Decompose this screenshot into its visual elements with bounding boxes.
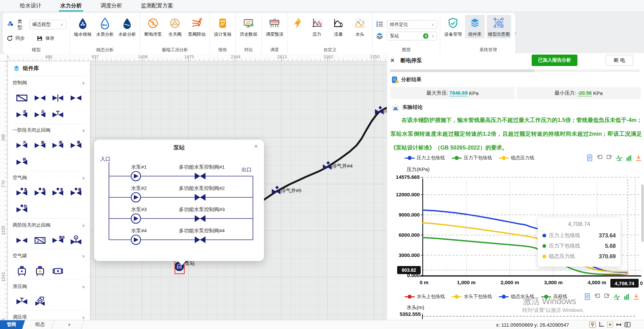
component-icon-bt-旋[interactable]: 旋 — [33, 140, 47, 151]
download-icon[interactable] — [633, 293, 640, 300]
download-icon[interactable] — [635, 154, 642, 162]
bar-toggle-icon[interactable] — [625, 154, 633, 162]
sidebar-section-header-空气阀[interactable]: 空气阀∨ — [13, 171, 85, 185]
panel-scroll-track[interactable] — [390, 69, 640, 72]
model-type-select[interactable]: 瞬态模型∨ — [30, 20, 67, 29]
zoom-prev-icon[interactable] — [594, 293, 601, 300]
component-icon-tank3[interactable] — [51, 266, 65, 276]
component-icon-boxs-液控[interactable]: 液控 — [33, 235, 47, 246]
tab-给水设计[interactable]: 给水设计 — [18, 0, 43, 11]
toolbar-item-压力[interactable]: 压力 — [307, 15, 327, 38]
component-icon-globe[interactable] — [33, 296, 47, 307]
component-icon-bt-液控[interactable]: 液控 — [51, 235, 65, 246]
layer-select-组件定位[interactable]: 组件定位∨ — [387, 20, 437, 29]
toolbar-item-调度预演[interactable]: 调度预演 — [264, 15, 285, 38]
location-icon[interactable] — [589, 321, 596, 328]
component-icon-motor[interactable]: M — [69, 235, 83, 246]
toolbar-item-水头[interactable]: 水头 — [350, 15, 370, 38]
layer-select-泵站[interactable]: 泵站0∨ — [387, 32, 437, 40]
legend-item-稳态压力线[interactable]: 稳态压力线 — [499, 155, 534, 161]
valve-icon[interactable] — [615, 321, 622, 328]
curve-toggle-icon[interactable] — [615, 154, 623, 162]
sync-button[interactable]: 同步 — [6, 35, 25, 42]
air-valve-marker[interactable]: 排气井#5 — [272, 186, 302, 194]
component-icon-air-复[interactable]: 复 — [51, 188, 65, 198]
component-icon-bt-升[interactable]: 升 — [15, 140, 29, 151]
toolbar-item-导出模型[interactable]: 导出模型 — [513, 15, 516, 38]
sidebar-section-header-一阶段关闭止回阀[interactable]: 一阶段关闭止回阀∨ — [13, 124, 85, 137]
component-icon-bt-蝶[interactable]: 蝶 — [69, 140, 83, 151]
report-doc-icon[interactable] — [586, 154, 594, 162]
component-icon-bt[interactable] — [69, 93, 83, 103]
legend-marker — [452, 156, 462, 160]
legend-item-水头上包络线[interactable]: 水头上包络线 — [405, 294, 445, 300]
sidebar-section-header-空气罐[interactable]: 空气罐∨ — [13, 249, 85, 263]
component-icon-air-微[interactable]: 微 — [69, 188, 83, 198]
power-off-button[interactable]: 断 电 — [606, 55, 633, 66]
bar-toggle-icon[interactable] — [623, 293, 630, 300]
toolbar-item-全关阀[interactable]: 全关阀 — [165, 15, 185, 38]
toolbar-item-设计复核[interactable]: 设计复核 — [213, 15, 233, 38]
zoom-next-icon[interactable] — [606, 154, 613, 162]
component-icon-btstem[interactable] — [51, 109, 65, 120]
toolbar-item-水龄分析[interactable]: 水龄分析 — [117, 15, 137, 38]
sidebar-section-header-调压塔[interactable]: 调压塔∨ — [13, 310, 85, 320]
component-icon-bt-压[interactable]: 压 — [33, 109, 47, 120]
bottom-tab-+[interactable]: + — [55, 320, 84, 329]
component-icon-air-真[interactable]: 真 — [15, 188, 29, 198]
component-icon-tank2[interactable] — [33, 266, 47, 276]
toolbar-item-流量[interactable]: 流量 — [329, 15, 348, 38]
toolbar-item-label: 水头 — [355, 31, 364, 37]
legend-item-水头下包络线[interactable]: 水头下包络线 — [452, 294, 492, 300]
bolt-icon — [292, 16, 304, 30]
sidebar-section-header-泄压阀[interactable]: 泄压阀∨ — [13, 280, 85, 293]
focus-icon[interactable] — [607, 321, 613, 328]
component-icon-bt-流[interactable]: 流 — [15, 109, 29, 120]
toolbar-item-组件库[interactable]: 组件库 — [465, 15, 485, 38]
panel-vertical-scrollbar[interactable] — [641, 185, 644, 242]
toolbar-item-模型示意图[interactable]: 模型示意图 — [487, 15, 511, 38]
toolbar-item-输水校核[interactable]: 输水校核 — [73, 15, 93, 38]
toolbar-item-历史数据[interactable]: 历史数据 — [238, 15, 259, 38]
component-icon-btv[interactable] — [51, 93, 65, 103]
component-icon-air-防[interactable]: 防 — [15, 204, 29, 215]
toolbar-item-设备管理[interactable]: 设备管理 — [443, 15, 463, 38]
legend-item-压力下包络线[interactable]: 压力下包络线 — [452, 155, 492, 161]
sidebar-section-header-两阶段关闭止回阀[interactable]: 两阶段关闭止回阀∨ — [13, 219, 85, 232]
component-icon-bt[interactable] — [15, 235, 29, 246]
tooltip-title: 4,708.74 — [542, 221, 616, 228]
report-doc-icon[interactable] — [584, 293, 591, 300]
bottom-tab-组态[interactable]: 组态 — [26, 320, 54, 329]
component-icon-box[interactable] — [15, 93, 29, 103]
toolbar-item-label: 压力 — [312, 31, 321, 37]
component-icon-tank[interactable] — [15, 266, 29, 276]
component-icon-btstem[interactable] — [15, 296, 29, 307]
zoom-prev-icon[interactable] — [596, 154, 603, 162]
tab-水力分析[interactable]: 水力分析 — [59, 0, 83, 11]
toolbar-item-断电停泵[interactable]: 断电停泵 — [143, 15, 163, 38]
layout-toggle-icon[interactable] — [624, 321, 631, 328]
valve-label: 多功能水泵控制阀#3 — [179, 206, 225, 212]
component-icon-air-高[interactable]: 高 — [33, 188, 47, 198]
component-icon-bt[interactable] — [33, 93, 47, 103]
map-canvas[interactable]: 排气井#5 排气井#4 排气井 泵站 泵站 × 入口 出口 水泵#1 多功能水泵… — [90, 61, 387, 320]
bottom-tab-管网[interactable]: 管网 — [0, 320, 25, 329]
toolbar-item-水质分析[interactable]: PH水质分析 — [95, 15, 115, 38]
tab-监测配置方案[interactable]: 监测配置方案 — [140, 0, 175, 11]
zoom-next-icon[interactable] — [603, 293, 611, 300]
sidebar-section-header-控制阀[interactable]: 控制阀∨ — [13, 76, 85, 90]
head-chart-gridline — [423, 316, 635, 317]
tab-调度分析[interactable]: 调度分析 — [99, 0, 123, 11]
component-icon-bt-缓[interactable]: 缓 — [51, 140, 65, 151]
toolbar-item-label: 流量 — [334, 31, 343, 37]
angle-ruler-icon[interactable] — [598, 321, 605, 328]
legend-item-压力上包络线[interactable]: 压力上包络线 — [405, 155, 445, 161]
save-button[interactable]: 保存 — [36, 35, 54, 42]
component-icon-bt-静[interactable]: 静 — [15, 157, 29, 168]
toolbar-item-bolt[interactable] — [290, 15, 305, 31]
toolbar-item-泵阀联动[interactable]: 泵阀联动 — [187, 15, 207, 38]
curve-toggle-icon[interactable] — [613, 293, 620, 300]
added-to-report-badge[interactable]: 已加入报告分析 — [532, 55, 577, 66]
panel-close-icon[interactable]: × — [390, 57, 394, 64]
air-valve-marker[interactable]: 排气井#4 — [323, 161, 353, 170]
